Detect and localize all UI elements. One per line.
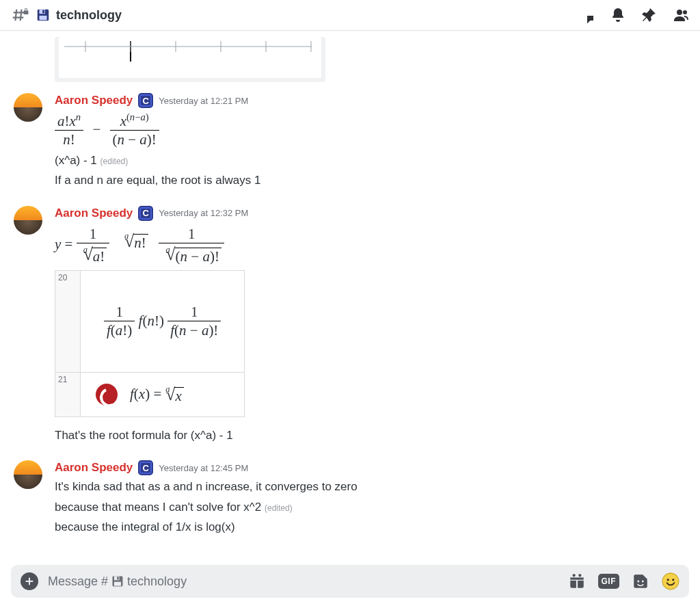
message-group: Aaron Speedy C Yesterday at 12:21 PM a!x… <box>0 82 700 189</box>
message-author[interactable]: Aaron Speedy <box>55 461 133 475</box>
author-badge-icon: C <box>138 93 153 108</box>
message-author[interactable]: Aaron Speedy <box>55 207 133 220</box>
svg-point-5 <box>683 10 687 14</box>
math-attachment[interactable]: y = 1a√a! a√n! 1a√(n − a)! <box>55 225 686 266</box>
author-badge-icon: C <box>138 460 153 475</box>
svg-point-21 <box>667 579 669 581</box>
composer: Message # technology GIF <box>0 565 700 610</box>
svg-rect-17 <box>114 582 121 586</box>
attach-button[interactable] <box>21 572 38 590</box>
message-timestamp: Yesterday at 12:32 PM <box>159 208 248 218</box>
save-disk-icon <box>36 8 51 23</box>
svg-rect-2 <box>42 10 44 14</box>
message-line: because that means I can't solve for x^2… <box>55 499 686 516</box>
message-line: (x^a) - 1 (edited) <box>55 152 686 170</box>
edited-tag: (edited) <box>100 157 129 166</box>
svg-rect-3 <box>40 16 47 20</box>
message-input[interactable]: Message # technology GIF <box>11 565 689 598</box>
notifications-icon[interactable] <box>610 7 626 23</box>
message-list: Aaron Speedy C Yesterday at 12:21 PM a!x… <box>0 37 700 561</box>
members-icon[interactable] <box>673 7 689 23</box>
avatar[interactable] <box>14 206 42 235</box>
message-line: It's kinda sad that as a and n increase,… <box>55 478 686 496</box>
svg-point-19 <box>642 580 644 582</box>
gif-button[interactable]: GIF <box>598 574 620 589</box>
svg-point-18 <box>637 580 639 582</box>
author-badge-icon: C <box>138 206 153 221</box>
message-group: Aaron Speedy C Yesterday at 12:45 PM It'… <box>0 444 700 536</box>
channel-name: technology <box>56 8 122 23</box>
message-line: If a and n are equal, the root is always… <box>55 172 686 189</box>
emoji-picker-icon[interactable] <box>662 572 679 590</box>
threads-icon[interactable] <box>578 7 595 23</box>
message-line: That's the root formula for (x^a) - 1 <box>55 427 686 445</box>
code-panel-attachment[interactable]: 20 1f(a!) f(n!) 1f(n − a)! 21 f(x) = a√x <box>55 270 245 417</box>
avatar[interactable] <box>14 93 42 122</box>
message-group: Aaron Speedy C Yesterday at 12:32 PM y =… <box>0 189 700 445</box>
gift-icon[interactable] <box>568 572 586 590</box>
svg-point-4 <box>677 10 682 15</box>
swirl-icon <box>96 384 118 406</box>
avatar[interactable] <box>14 460 42 489</box>
row-number: 21 <box>55 373 81 416</box>
message-author[interactable]: Aaron Speedy <box>55 94 133 107</box>
sticker-icon[interactable] <box>632 572 649 590</box>
previous-attachment-partial[interactable] <box>55 37 700 82</box>
svg-point-20 <box>662 573 679 589</box>
svg-rect-16 <box>117 576 119 579</box>
channel-header: technology <box>0 0 700 31</box>
message-timestamp: Yesterday at 12:45 PM <box>159 463 248 473</box>
message-placeholder: Message # technology <box>48 574 187 589</box>
edited-tag: (edited) <box>265 503 293 513</box>
message-timestamp: Yesterday at 12:21 PM <box>159 96 248 106</box>
pinned-icon[interactable] <box>641 7 658 23</box>
svg-point-22 <box>672 579 674 581</box>
message-line: because the integral of 1/x is log(x) <box>55 518 686 536</box>
lock-icon <box>22 8 30 16</box>
row-number: 20 <box>55 271 81 372</box>
math-attachment[interactable]: a!xnn! − x(n−a)(n − a)! <box>55 112 686 149</box>
